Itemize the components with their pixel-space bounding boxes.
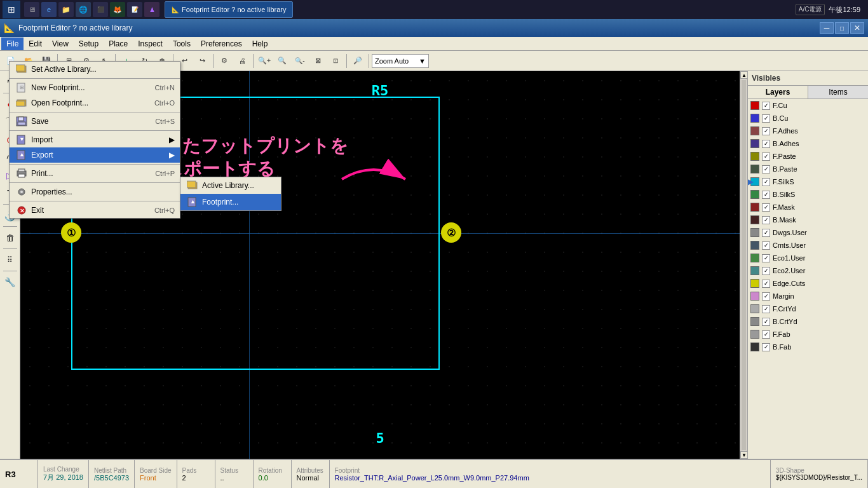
layer-row-f-crtyd[interactable]: ✓F.CrtYd: [748, 302, 868, 315]
layer-row-b-adhes[interactable]: ✓B.Adhes: [748, 137, 868, 150]
dd-export[interactable]: ▲ Export ▶: [10, 147, 180, 163]
tb-zoom-out[interactable]: 🔍-: [292, 53, 308, 69]
layer-check-18[interactable]: ✓: [762, 330, 770, 339]
layer-check-6[interactable]: ✓: [762, 178, 770, 186]
layer-row-f-mask[interactable]: ✓F.Mask: [748, 201, 868, 214]
menu-view[interactable]: View: [47, 37, 74, 50]
export-submenu[interactable]: Active Library... ▲ Footprint...: [180, 177, 281, 211]
taskbar-icon-8[interactable]: ♟: [144, 2, 159, 17]
layer-row-eco1-user[interactable]: ✓Eco1.User: [748, 252, 868, 264]
dd-import[interactable]: ▼ Import ▶: [10, 132, 180, 147]
layer-check-17[interactable]: ✓: [762, 318, 770, 326]
layer-row-b-fab[interactable]: ✓B.Fab: [748, 341, 868, 353]
taskbar-icon-4[interactable]: 🌐: [76, 2, 91, 17]
taskbar-icon-1[interactable]: 🖥: [24, 2, 39, 17]
svg-text:▲: ▲: [190, 198, 196, 205]
dd-open-footprint[interactable]: Open Footprint... Ctrl+O: [10, 95, 180, 111]
taskbar-icon-7[interactable]: 📝: [127, 2, 142, 17]
menu-tools[interactable]: Tools: [168, 37, 196, 50]
layer-row-margin[interactable]: ✓Margin: [748, 290, 868, 302]
dd-properties[interactable]: Properties...: [10, 184, 180, 200]
svg-rect-22: [187, 181, 196, 187]
sub-footprint[interactable]: ▲ Footprint...: [180, 194, 281, 210]
menu-preferences[interactable]: Preferences: [196, 37, 247, 50]
layer-row-edge-cuts[interactable]: ✓Edge.Cuts: [748, 277, 868, 290]
clock: 午後12:59: [829, 5, 860, 15]
menu-setup[interactable]: Setup: [74, 37, 104, 50]
dd-print[interactable]: Print... Ctrl+P: [10, 166, 180, 181]
layer-check-1[interactable]: ✓: [762, 114, 770, 123]
dd-new-footprint[interactable]: ⊞ New Footprint... Ctrl+N: [10, 80, 180, 95]
layer-check-4[interactable]: ✓: [762, 152, 770, 161]
tab-layers[interactable]: Layers: [748, 86, 808, 98]
sub-active-library[interactable]: Active Library...: [180, 177, 281, 194]
status-bs-value: Front: [140, 474, 171, 482]
layer-check-15[interactable]: ✓: [762, 292, 770, 301]
tb-zoom-in-box[interactable]: 🔍+: [256, 53, 273, 69]
close-button[interactable]: ✕: [850, 22, 864, 34]
layer-check-16[interactable]: ✓: [762, 305, 770, 313]
ltb-delete[interactable]: 🗑: [2, 229, 18, 246]
layer-row-b-crtyd[interactable]: ✓B.CrtYd: [748, 315, 868, 328]
layer-check-8[interactable]: ✓: [762, 203, 770, 212]
layer-check-3[interactable]: ✓: [762, 140, 770, 148]
active-app-btn[interactable]: 📐 Footprint Editor ? no active library: [165, 1, 293, 18]
start-button[interactable]: ⊞: [3, 1, 20, 18]
layer-row-b-silks[interactable]: ✓B.SilkS: [748, 188, 868, 201]
dd-exit[interactable]: ✕ Exit Ctrl+Q: [10, 203, 180, 218]
menu-edit[interactable]: Edit: [24, 37, 47, 50]
tb-zoom-fit[interactable]: ⊠: [309, 53, 326, 69]
layer-row-f-fab[interactable]: ✓F.Fab: [748, 328, 868, 341]
layer-row-cmts-user[interactable]: ✓Cmts.User: [748, 239, 868, 252]
dd-set-active-library[interactable]: Set Active Library...: [10, 62, 180, 77]
tb-zoom-in[interactable]: 🔍: [274, 53, 290, 69]
layer-check-5[interactable]: ✓: [762, 165, 770, 173]
ltb-grid-dots[interactable]: ⠿: [2, 252, 18, 268]
right-scrollbar[interactable]: ▲ ▼: [740, 71, 747, 459]
layer-check-11[interactable]: ✓: [762, 241, 770, 250]
file-menu-dropdown[interactable]: Set Active Library... ⊞ New Footprint...…: [9, 61, 180, 219]
layer-row-f-silks[interactable]: ▶✓F.SilkS: [748, 175, 868, 188]
menu-help[interactable]: Help: [247, 37, 273, 50]
dd-save-icon: [15, 116, 29, 127]
layer-check-2[interactable]: ✓: [762, 127, 770, 135]
taskbar-icon-3[interactable]: 📁: [58, 2, 74, 17]
layer-row-dwgs-user[interactable]: ✓Dwgs.User: [748, 226, 868, 239]
dd-properties-icon: [15, 186, 29, 198]
layer-check-7[interactable]: ✓: [762, 191, 770, 199]
layer-check-13[interactable]: ✓: [762, 267, 770, 275]
tb-print[interactable]: 🖨: [234, 53, 250, 69]
minimize-button[interactable]: ─: [820, 22, 834, 34]
tb-zoom-prev[interactable]: ⊡: [327, 53, 344, 69]
layer-check-12[interactable]: ✓: [762, 254, 770, 262]
layer-check-14[interactable]: ✓: [762, 280, 770, 288]
zoom-select[interactable]: Zoom Auto ▼: [372, 54, 429, 68]
layer-row-f-paste[interactable]: ✓F.Paste: [748, 150, 868, 163]
layer-row-b-paste[interactable]: ✓B.Paste: [748, 163, 868, 175]
layer-row-eco2-user[interactable]: ✓Eco2.User: [748, 264, 868, 277]
taskbar-icon-5[interactable]: ⬛: [93, 2, 108, 17]
layer-color-14: [750, 279, 759, 288]
tb-settings2[interactable]: ⚙: [216, 53, 233, 69]
tb-search[interactable]: 🔎: [349, 53, 366, 69]
layer-check-19[interactable]: ✓: [762, 343, 770, 351]
maximize-button[interactable]: □: [835, 22, 849, 34]
dd-save[interactable]: Save Ctrl+S: [10, 114, 180, 129]
layer-row-f-adhes[interactable]: ✓F.Adhes: [748, 125, 868, 137]
tb-redo[interactable]: ↪: [194, 53, 210, 69]
menu-file[interactable]: File: [1, 37, 24, 50]
layer-row-b-cu[interactable]: ✓B.Cu: [748, 112, 868, 125]
taskbar-icon-2[interactable]: e: [41, 2, 57, 17]
layer-check-10[interactable]: ✓: [762, 229, 770, 237]
layer-check-0[interactable]: ✓: [762, 102, 770, 110]
layer-check-9[interactable]: ✓: [762, 216, 770, 224]
menu-inspect[interactable]: Inspect: [133, 37, 168, 50]
layer-row-f-cu[interactable]: ✓F.Cu: [748, 99, 868, 112]
taskbar-icon-6[interactable]: 🦊: [110, 2, 125, 17]
layer-row-b-mask[interactable]: ✓B.Mask: [748, 214, 868, 226]
scroll-thumb[interactable]: [742, 80, 746, 450]
tab-items[interactable]: Items: [808, 86, 868, 98]
menu-place[interactable]: Place: [104, 37, 133, 50]
ltb-wrench[interactable]: 🔧: [2, 274, 18, 290]
status-footprint: Footprint Resistor_THT:R_Axial_Power_L25…: [330, 460, 771, 488]
